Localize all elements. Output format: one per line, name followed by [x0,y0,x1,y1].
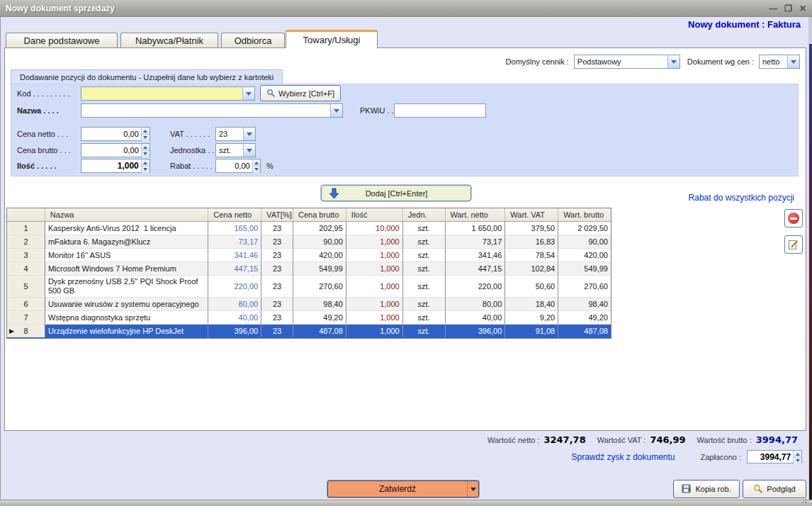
edit-position-button[interactable] [784,235,803,254]
pkwiu-input[interactable] [395,105,485,118]
cell-cena-brutto[interactable]: 270,60 [293,276,346,298]
cell-ilosc[interactable]: 1,000 [346,276,403,298]
podglad-button[interactable]: Podgląd [743,480,806,498]
zatwierdz-dropdown-button[interactable] [467,481,478,497]
resize-grip-icon[interactable] [800,497,807,504]
col-header-jedn[interactable]: Jedn. [403,208,446,221]
close-icon[interactable]: ✕ [799,4,806,13]
sprawdz-zysk-link[interactable]: Sprawdź zysk z dokumentu [571,452,675,462]
row-number[interactable]: 2 [7,235,45,249]
cell-jedn[interactable]: szt. [403,249,446,262]
minimize-icon[interactable]: — [769,4,777,13]
col-header-ilosc[interactable]: Ilość [346,208,403,221]
spin-up-button[interactable] [142,159,150,166]
tab-towary-uslugi[interactable]: Towary/Usługi [286,30,378,48]
cell-wart-brutto[interactable]: 420,00 [558,249,611,262]
cell-wart-vat[interactable]: 78,54 [505,249,558,262]
jednostka-select[interactable]: szt. [215,143,256,157]
spin-down-button[interactable] [253,166,260,173]
zaplacono-input[interactable] [748,451,793,463]
wybierz-button[interactable]: Wybierz [Ctrl+F] [260,85,341,101]
cell-ilosc[interactable]: 1,000 [346,311,403,325]
cell-cena-brutto[interactable]: 420,00 [293,249,346,262]
rabat-input[interactable] [216,159,252,172]
cell-wart-brutto[interactable]: 98,40 [558,298,611,311]
cell-wart-netto[interactable]: 396,00 [446,325,506,338]
cell-jedn[interactable]: szt. [403,276,446,298]
cell-wart-vat[interactable]: 102,84 [505,262,558,276]
cell-vat[interactable]: 23 [261,249,293,262]
cell-wart-netto[interactable]: 220,00 [446,276,506,298]
delete-position-button[interactable] [784,209,803,227]
chevron-down-icon[interactable] [242,87,254,100]
cell-nazwa[interactable]: Microsoft Windows 7 Home Premium [45,262,208,276]
cell-cena-brutto[interactable]: 549,99 [293,262,346,276]
cell-wart-brutto[interactable]: 49,20 [558,311,611,325]
row-number[interactable]: 6 [7,298,45,311]
col-header-vat[interactable]: VAT[%] [261,208,293,221]
row-number[interactable]: 7 [7,311,45,325]
tab-nabywca-platnik[interactable]: Nabywca/Płatnik [120,33,218,48]
cell-wart-brutto[interactable]: 90,00 [558,235,611,249]
table-row[interactable]: 7Wstępna diagnostyka sprzętu40,002349,20… [7,311,611,325]
spin-up-button[interactable] [142,144,150,150]
spin-down-button[interactable] [142,150,150,157]
rabat-all-link[interactable]: Rabat do wszystkich pozycji [689,193,794,203]
cell-ilosc[interactable]: 1,000 [346,325,403,338]
cell-wart-netto[interactable]: 80,00 [446,298,506,311]
cell-nazwa[interactable]: Kaspersky Anti-Virus 2012 1 licencja [45,222,208,235]
cell-cena-netto[interactable]: 40,00 [208,311,261,325]
ilosc-stepper[interactable] [81,159,150,173]
cell-jedn[interactable]: szt. [403,235,446,249]
cell-ilosc[interactable]: 1,000 [346,249,403,262]
spin-up-button[interactable] [253,159,260,166]
cell-cena-brutto[interactable]: 98,40 [293,298,346,311]
cell-jedn[interactable]: szt. [403,262,446,276]
chevron-down-icon[interactable] [330,104,342,117]
cell-vat[interactable]: 23 [261,325,293,338]
cell-jedn[interactable]: szt. [403,222,446,235]
default-pricelist-select[interactable]: Podstawowy [574,55,680,69]
zaplacono-stepper[interactable] [747,450,802,463]
cell-wart-brutto[interactable]: 549,99 [558,262,611,276]
nazwa-combobox[interactable] [81,103,343,118]
col-header-nazwa[interactable]: Nazwa [45,208,208,221]
spin-down-button[interactable] [794,457,801,464]
chevron-down-icon[interactable] [787,55,799,68]
row-number[interactable]: 5 [7,276,45,298]
row-number[interactable]: 8▶ [7,325,45,338]
cell-wart-brutto[interactable]: 487,08 [558,325,611,338]
cell-wart-vat[interactable]: 16,83 [505,235,558,249]
cell-wart-vat[interactable]: 18,40 [505,298,558,311]
col-header-cena-netto[interactable]: Cena netto [208,208,261,221]
tab-odbiorca[interactable]: Odbiorca [221,33,285,48]
cell-cena-netto[interactable]: 447,15 [208,262,261,276]
cell-vat[interactable]: 23 [261,276,293,298]
cell-wart-brutto[interactable]: 2 029,50 [558,222,611,235]
table-row[interactable]: 2mFaktura 6. Magazyn@Klucz73,172390,001,… [7,235,611,249]
cell-wart-netto[interactable]: 1 650,00 [446,222,506,235]
kod-combobox[interactable] [81,86,255,101]
table-row[interactable]: 8▶Urządzenie wielofunkcyjne HP DeskJet39… [7,325,611,338]
cena-netto-stepper[interactable] [81,127,150,141]
cena-brutto-stepper[interactable] [81,143,150,157]
cell-nazwa[interactable]: Urządzenie wielofunkcyjne HP DeskJet [45,325,208,338]
cell-cena-netto[interactable]: 396,00 [208,325,261,338]
pkwiu-field[interactable] [394,103,486,118]
col-header-wart-brutto[interactable]: Wart. brutto [558,208,611,221]
cell-vat[interactable]: 23 [261,222,293,235]
table-row[interactable]: 3Monitor 16'' ASUS341,4623420,001,000szt… [7,249,611,262]
cell-nazwa[interactable]: Wstępna diagnostyka sprzętu [45,311,208,325]
cell-wart-netto[interactable]: 341,46 [446,249,506,262]
cell-cena-netto[interactable]: 73,17 [208,235,261,249]
cell-nazwa[interactable]: Usuwanie wirusów z systemu operacyjnego [45,298,208,311]
cell-ilosc[interactable]: 10,000 [346,222,403,235]
cell-nazwa[interactable]: Monitor 16'' ASUS [45,249,208,262]
col-header-wart-vat[interactable]: Wart. VAT [505,208,558,221]
cell-cena-netto[interactable]: 80,00 [208,298,261,311]
spin-up-button[interactable] [142,128,150,134]
row-number[interactable]: 1 [7,222,45,235]
cell-vat[interactable]: 23 [261,235,293,249]
cell-cena-netto[interactable]: 220,00 [208,276,261,298]
cell-wart-netto[interactable]: 73,17 [446,235,506,249]
